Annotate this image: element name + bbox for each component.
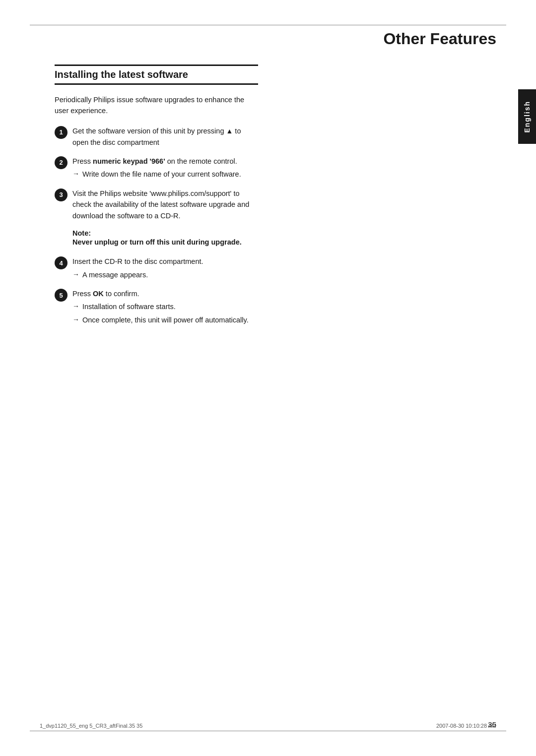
language-tab: English [518,89,536,144]
note-title: Note: [72,229,258,237]
step-1: 1 Get the software version of this unit … [55,126,258,148]
step5-arrow-1: → Installation of software starts. [72,301,249,312]
step-number-4: 4 [55,256,67,269]
step-number-2: 2 [55,156,67,169]
language-tab-label: English [523,101,531,133]
step5-arrow-text-2: Once complete, this unit will power off … [82,315,249,325]
step4-arrow-text: A message appears. [82,269,148,280]
step5-bold: OK [93,290,104,298]
step5-arrow-text-1: Installation of software starts. [82,301,176,312]
note-body: Never unplug or turn off this unit durin… [72,237,258,248]
section-title: Installing the latest software [55,69,188,80]
page-container: English Other Features Installing the la… [0,0,536,756]
content-area: Installing the latest software Periodica… [55,64,258,706]
arrow-icon-4: → [72,315,79,325]
step-2: 2 Press numeric keypad '966' on the remo… [55,156,258,180]
footer-right-text: 2007-08-30 10:10:28 AM [436,723,496,729]
arrow-icon-1: → [72,169,79,180]
eject-icon: ▲ [226,126,233,137]
border-top [30,25,506,25]
step-4: 4 Insert the CD-R to the disc compartmen… [55,256,258,280]
intro-text: Periodically Philips issue software upgr… [55,95,258,117]
step-content-1: Get the software version of this unit by… [72,126,258,148]
note-section: Note: Never unplug or turn off this unit… [55,229,258,248]
step2-arrow: → Write down the file name of your curre… [72,169,241,180]
page-number: 35 [488,720,496,729]
page-header: Other Features [383,30,496,48]
step-3: 3 Visit the Philips website 'www.philips… [55,188,258,221]
step-5: 5 Press OK to confirm. → Installation of… [55,288,258,325]
arrow-icon-2: → [72,269,79,280]
arrow-icon-3: → [72,301,79,312]
step-content-2: Press numeric keypad '966' on the remote… [72,156,241,180]
step-content-4: Insert the CD-R to the disc compartment.… [72,256,203,280]
step2-bold: numeric keypad '966' [93,157,165,165]
footer: 1_dvp1120_55_eng 5_CR3_aftFinal.35 35 20… [40,723,496,729]
step-number-1: 1 [55,126,67,139]
step2-arrow-text: Write down the file name of your current… [82,169,241,180]
footer-left-text: 1_dvp1120_55_eng 5_CR3_aftFinal.35 35 [40,723,142,729]
step-content-3: Visit the Philips website 'www.philips.c… [72,188,258,221]
border-bottom [30,731,506,731]
section-title-container: Installing the latest software [55,64,258,85]
step4-arrow: → A message appears. [72,269,203,280]
step5-arrow-2: → Once complete, this unit will power of… [72,315,249,325]
step-number-5: 5 [55,289,67,302]
page-title: Other Features [383,30,496,48]
step-number-3: 3 [55,189,67,201]
step-content-5: Press OK to confirm. → Installation of s… [72,288,249,325]
